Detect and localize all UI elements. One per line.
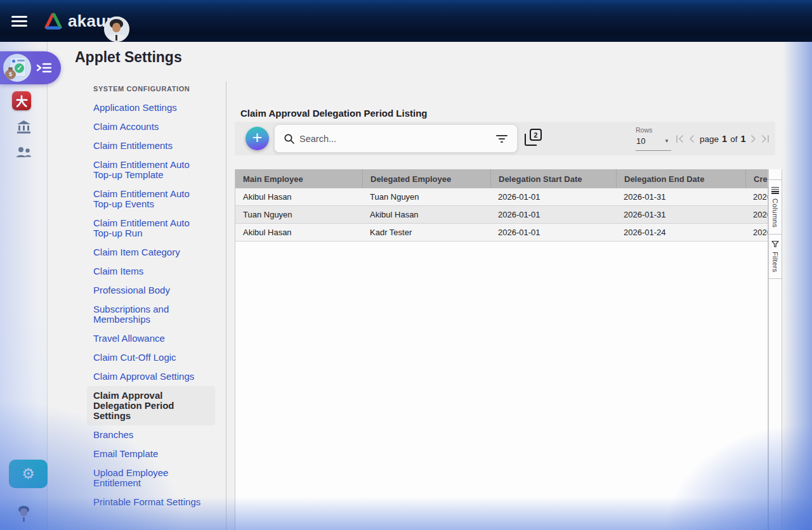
current-page: 1: [722, 134, 727, 144]
pagination: page 1 of 1: [675, 122, 770, 155]
table-cell: 2026: [745, 224, 768, 241]
filters-tab[interactable]: Filters: [768, 234, 782, 279]
table-cell: 2026: [745, 188, 768, 205]
filter-icon[interactable]: [495, 133, 508, 145]
nav-item[interactable]: Claim Entitlements: [87, 136, 215, 155]
top-bar: akaun: [0, 0, 812, 42]
nav-item[interactable]: Claim Entitlement Auto Top-up Run: [87, 214, 215, 243]
gear-icon: ⚙: [22, 465, 35, 482]
prev-page-button[interactable]: [688, 134, 695, 143]
brand-triangle-icon: [44, 13, 63, 30]
plus-icon: +: [252, 129, 263, 146]
da-app-icon[interactable]: [12, 91, 31, 110]
settings-gear-button[interactable]: ⚙: [9, 460, 48, 488]
settings-nav-panel: SYSTEM CONFIGURATION Application Setting…: [48, 81, 226, 530]
rows-per-page: Rows 10 ▼: [636, 126, 672, 151]
table-cell: Kadr Tester: [362, 224, 490, 241]
column-header[interactable]: Crea: [745, 169, 768, 188]
table-cell: 2026-01-01: [490, 224, 616, 241]
nav-section-header: SYSTEM CONFIGURATION: [93, 85, 215, 93]
column-header[interactable]: Delegation Start Date: [490, 169, 616, 188]
collapse-menu-icon[interactable]: [36, 61, 52, 74]
user-avatar[interactable]: [104, 16, 129, 42]
column-header[interactable]: Main Employee: [235, 169, 362, 188]
claim-applet-icon: [3, 54, 31, 82]
nav-item[interactable]: Claim Approval Delegation Period Setting…: [87, 386, 215, 425]
nav-item[interactable]: Professional Body: [87, 281, 215, 300]
table-row[interactable]: Akibul HasanKadr Tester2026-01-012026-01…: [235, 224, 768, 242]
table-cell: 2026-01-01: [490, 188, 616, 205]
filters-tab-label: Filters: [771, 252, 779, 273]
rows-label: Rows: [636, 126, 672, 134]
nav-item[interactable]: Claim Item Category: [87, 243, 215, 262]
page-title: Applet Settings: [75, 49, 182, 66]
table-cell: 2026-01-24: [616, 224, 745, 241]
table-header-row: Main EmployeeDelegated EmployeeDelegatio…: [235, 169, 768, 188]
column-header[interactable]: Delegated Employee: [362, 169, 490, 188]
search-input[interactable]: [299, 134, 495, 144]
page-indicator: page 1 of 1: [700, 134, 745, 144]
table-cell: Akibul Hasan: [235, 224, 362, 241]
nav-item[interactable]: Travel Allowance: [87, 329, 215, 348]
table-row[interactable]: Akibul HasanTuan Nguyen2026-01-012026-01…: [235, 188, 768, 206]
nav-item[interactable]: Printable Format Settings: [87, 493, 215, 512]
active-applet-chip[interactable]: [0, 51, 61, 84]
rows-select[interactable]: 10 ▼: [636, 135, 671, 151]
columns-tab-label: Columns: [771, 198, 779, 228]
nav-item[interactable]: Application Settings: [87, 98, 215, 117]
last-page-button[interactable]: [761, 134, 770, 143]
table-cell: 2026-01-01: [490, 206, 616, 223]
column-header[interactable]: Delegation End Date: [616, 169, 745, 188]
bank-icon[interactable]: [16, 119, 32, 137]
first-page-button[interactable]: [675, 134, 684, 143]
people-icon[interactable]: [15, 145, 32, 162]
nav-item[interactable]: Claim Accounts: [87, 117, 215, 136]
nav-item[interactable]: Upload Employee Entitlement: [87, 463, 215, 493]
delegation-table: Main EmployeeDelegated EmployeeDelegatio…: [235, 169, 768, 530]
funnel-icon: [771, 240, 779, 248]
table-cell: 2026: [745, 206, 768, 223]
nav-item[interactable]: Branches: [87, 425, 215, 444]
table-side-panel: Columns Filters: [768, 169, 782, 530]
nav-item[interactable]: Claim Entitlement Auto Top-up Events: [87, 184, 215, 214]
listing-toolbar: + 2 Rows 10 ▼ page 1: [235, 122, 775, 155]
menu-icon[interactable]: [11, 13, 27, 29]
table-cell: Akibul Hasan: [362, 206, 490, 223]
search-box: [274, 124, 518, 153]
table-cell: 2026-01-31: [616, 188, 745, 205]
nav-item[interactable]: Email Template: [87, 444, 215, 463]
app-rail: ⚙: [0, 42, 48, 530]
add-button[interactable]: +: [246, 127, 269, 150]
columns-icon: [771, 186, 779, 195]
total-pages: 1: [740, 134, 745, 144]
nav-item[interactable]: Claim Cut-Off Logic: [87, 348, 215, 367]
duplicate-pages-icon[interactable]: 2: [525, 129, 542, 146]
nav-item[interactable]: Claim Items: [87, 262, 215, 281]
table-cell: Tuan Nguyen: [362, 188, 490, 205]
rail-user-avatar[interactable]: [15, 505, 32, 522]
nav-item[interactable]: Claim Entitlement Auto Top-up Template: [87, 155, 215, 184]
dropdown-caret-icon: ▼: [664, 138, 669, 144]
listing-title: Claim Approval Delegation Period Listing: [240, 108, 428, 119]
columns-tab[interactable]: Columns: [768, 179, 782, 235]
duplicate-count: 2: [530, 129, 542, 141]
table-cell: Akibul Hasan: [235, 188, 362, 205]
nav-item[interactable]: Subscriptions and Memberships: [87, 300, 215, 329]
table-cell: Tuan Nguyen: [235, 206, 362, 223]
table-row[interactable]: Tuan NguyenAkibul Hasan2026-01-012026-01…: [235, 206, 768, 224]
search-icon: [284, 133, 295, 145]
nav-item[interactable]: Claim Approval Settings: [87, 367, 215, 386]
next-page-button[interactable]: [750, 134, 757, 143]
table-cell: 2026-01-31: [616, 206, 745, 223]
